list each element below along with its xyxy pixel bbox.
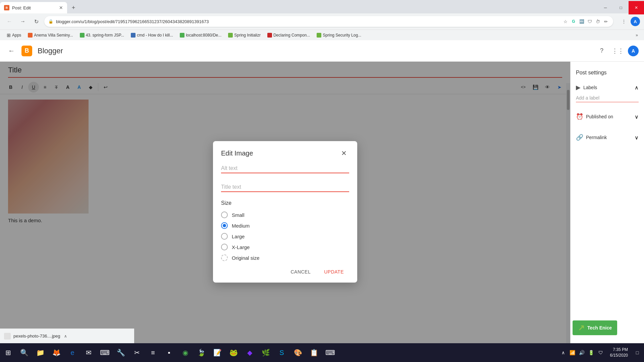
apps-grid-icon[interactable]: ⋮⋮ <box>612 45 624 57</box>
close-button[interactable]: ✕ <box>629 1 644 14</box>
back-arrow-button[interactable]: ← <box>5 45 17 57</box>
taskbar-copy-icon[interactable]: 📋 <box>306 343 322 362</box>
permalink-label: Permalink <box>586 135 607 140</box>
taskbar-skype-icon[interactable]: S <box>274 343 290 362</box>
help-icon[interactable]: ? <box>596 45 608 57</box>
tab-title: Post: Edit <box>12 5 31 10</box>
taskbar-keyboard-icon[interactable]: ⌨ <box>97 343 113 362</box>
size-large-option[interactable]: Large <box>221 233 349 240</box>
taskbar-notes-icon[interactable]: 📝 <box>209 343 225 362</box>
labels-icon: ▶ <box>576 84 581 91</box>
radio-xlarge-outer <box>221 244 228 250</box>
taskbar-frog-icon[interactable]: 🐸 <box>225 343 241 362</box>
size-xlarge-option[interactable]: X-Large <box>221 244 349 250</box>
maximize-button[interactable]: □ <box>613 1 629 14</box>
radio-original-outer <box>221 254 228 261</box>
bookmark-localhost[interactable]: localhost:8080/De... <box>177 32 224 38</box>
blogger-title: Blogger <box>38 47 63 55</box>
taskbar-stack-icon[interactable]: ≡ <box>145 343 161 362</box>
permalink-chevron-icon: ∨ <box>635 134 639 141</box>
taskbar-plant-icon[interactable]: 🌿 <box>258 343 274 362</box>
size-small-option[interactable]: Small <box>221 212 349 218</box>
bookmark-cmd[interactable]: cmd - How do I kill... <box>128 32 176 38</box>
show-hidden-icons[interactable]: ∧ <box>559 349 567 357</box>
taskbar-chrome-icon[interactable]: ◉ <box>177 343 193 362</box>
security-lock-icon: 🔒 <box>48 19 53 24</box>
browser-tab[interactable]: B Post: Edit ✕ <box>0 2 67 13</box>
taskbar-paint-icon[interactable]: 🎨 <box>290 343 306 362</box>
labels-section-header[interactable]: ▶ Labels ∧ <box>576 81 639 94</box>
taskbar-clock[interactable]: 7:35 PM 6/15/2020 <box>606 347 632 358</box>
taskbar-time-text: 7:35 PM <box>610 347 628 353</box>
reload-button[interactable]: ↻ <box>31 16 42 27</box>
bookmark-star-icon[interactable]: ☆ <box>562 18 569 25</box>
tab-favicon: B <box>4 5 9 10</box>
action-center-icon[interactable]: □ <box>633 349 641 357</box>
bookmark-spring-sec[interactable]: Spring Security Log... <box>314 32 364 38</box>
tray-network-icon[interactable]: 📶 <box>569 349 577 357</box>
update-button[interactable]: UPDATE <box>319 266 349 277</box>
size-original-option[interactable]: Original size <box>221 254 349 261</box>
taskbar-scissors-icon[interactable]: ✂ <box>129 343 145 362</box>
apps-bookmark[interactable]: ⊞ Apps <box>4 32 24 39</box>
tech-enice-text: Tech Enice <box>587 325 612 330</box>
bookmark-spring[interactable]: 43. spring-form JSP... <box>77 32 127 38</box>
taskbar-kb-icon[interactable]: ⌨ <box>322 343 338 362</box>
download-file-icon <box>4 333 11 340</box>
back-button[interactable]: ← <box>4 16 15 27</box>
extension-icon-3[interactable]: ⏱ <box>594 18 601 25</box>
tray-volume-icon[interactable]: 🔊 <box>578 349 586 357</box>
extension-icon-4[interactable]: ✏ <box>602 18 609 25</box>
published-section-header[interactable]: ⏰ Published on ∨ <box>576 110 639 123</box>
grammarly-icon[interactable]: G <box>570 18 577 25</box>
labels-chevron-icon: ∧ <box>635 84 639 91</box>
download-chevron-icon[interactable]: ∧ <box>64 334 67 339</box>
cancel-button[interactable]: CANCEL <box>285 266 316 277</box>
taskbar-vs-icon[interactable]: ◆ <box>241 343 258 362</box>
user-avatar[interactable]: A <box>628 46 639 56</box>
taskbar-tools-icon[interactable]: 🔧 <box>113 343 129 362</box>
tray-security-icon[interactable]: 🛡 <box>597 349 605 357</box>
modal-title: Edit Image <box>221 149 253 157</box>
modal-footer: CANCEL UPDATE <box>213 261 357 283</box>
extension-icon-1[interactable]: 🔤 <box>578 18 585 25</box>
radio-small-label: Small <box>232 212 245 218</box>
taskbar-files-icon[interactable]: 📁 <box>32 343 48 362</box>
taskbar-mail-icon[interactable]: ✉ <box>80 343 97 362</box>
extension-icon-2[interactable]: 🛡 <box>586 18 593 25</box>
bookmark-anema[interactable]: Anema Villa Seminy... <box>25 32 75 38</box>
extensions-button[interactable]: ⋮ <box>619 16 629 27</box>
title-text-input[interactable] <box>221 181 349 192</box>
radio-xlarge-label: X-Large <box>232 244 250 250</box>
new-tab-button[interactable]: + <box>68 3 78 13</box>
modal-close-button[interactable]: ✕ <box>338 148 349 159</box>
size-medium-option[interactable]: Medium <box>221 222 349 229</box>
bookmark-declaring[interactable]: Declaring Compon... <box>265 32 313 38</box>
taskbar: ⊞ 🔍 📁 🦊 e ✉ ⌨ 🔧 ✂ ≡ ▪ ◉ 🍃 📝 🐸 ◆ 🌿 S 🎨 📋 … <box>0 343 644 362</box>
tab-close-button[interactable]: ✕ <box>59 5 63 10</box>
address-bar[interactable]: 🔒 blogger.com/u/1/blog/post/edit/7195175… <box>44 16 613 27</box>
minimize-button[interactable]: ─ <box>598 1 613 14</box>
profile-button[interactable]: A <box>631 17 640 26</box>
blogger-header: ← B Blogger ? ⋮⋮ A <box>0 40 644 62</box>
taskbar-ie-icon[interactable]: e <box>64 343 80 362</box>
post-settings-title: Post settings <box>576 67 639 81</box>
taskbar-leaf-icon[interactable]: 🍃 <box>193 343 209 362</box>
alt-text-input[interactable] <box>221 163 349 173</box>
taskbar-firefox-icon[interactable]: 🦊 <box>48 343 64 362</box>
title-text-group <box>221 181 349 192</box>
taskbar-date-text: 6/15/2020 <box>610 353 628 358</box>
labels-section: ▶ Labels ∧ <box>576 81 639 102</box>
apps-label: Apps <box>12 33 21 38</box>
start-button[interactable]: ⊞ <box>0 343 16 362</box>
add-label-input[interactable] <box>576 94 639 102</box>
download-bar: pexels-photo-736....jpeg ∧ <box>0 328 134 343</box>
forward-button[interactable]: → <box>17 16 28 27</box>
taskbar-terminal-icon[interactable]: ▪ <box>161 343 177 362</box>
more-bookmarks-button[interactable]: » <box>634 32 640 38</box>
taskbar-search-icon[interactable]: 🔍 <box>16 343 32 362</box>
permalink-section-header[interactable]: 🔗 Permalink ∨ <box>576 131 639 144</box>
tray-battery-icon[interactable]: 🔋 <box>587 349 595 357</box>
download-filename: pexels-photo-736....jpeg <box>13 334 60 339</box>
bookmark-spring-init[interactable]: Spring Initializr <box>225 32 263 38</box>
